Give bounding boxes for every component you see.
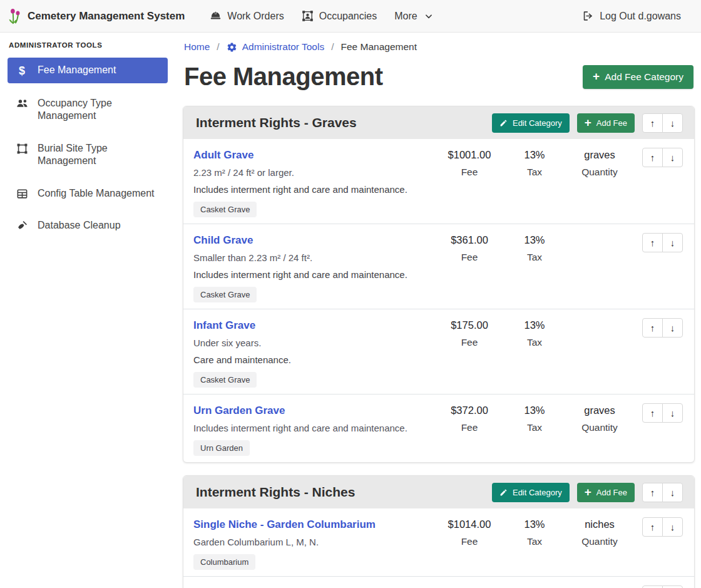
sidebar-item-fee-management[interactable]: $ Fee Management (8, 58, 168, 83)
sidebar-item-label: Occupancy Type Management (38, 97, 160, 123)
quantity-column: Quantity (567, 318, 632, 319)
move-fee-down-button[interactable]: ↓ (662, 233, 683, 252)
category-body: Single Niche - Garden Columbarium Garden… (183, 508, 694, 588)
dollar-icon: $ (15, 64, 29, 77)
nav-work-orders[interactable]: Work Orders (201, 5, 292, 27)
sidebar-item-database-cleanup[interactable]: Database Cleanup (8, 214, 168, 237)
nav-occupancies[interactable]: Occupancies (293, 5, 386, 27)
move-fee-up-button[interactable]: ↑ (642, 233, 663, 252)
fee-column: $372.00 Fee (437, 403, 502, 433)
breadcrumb-home-link[interactable]: Home (184, 41, 210, 53)
logout-link[interactable]: Log Out d.gowans (573, 5, 690, 27)
move-fee-up-button[interactable]: ↑ (642, 148, 663, 167)
breadcrumb-current: Fee Management (341, 41, 417, 53)
move-fee-down-button[interactable]: ↓ (662, 403, 683, 423)
tax-column: 13% Tax (502, 318, 567, 348)
fee-description-line1: Includes interment right and care and ma… (193, 423, 437, 433)
add-fee-button[interactable]: + Add Fee (577, 483, 635, 502)
fee-row: Single Niche - Garden Columbarium Garden… (183, 508, 694, 577)
fee-name-link[interactable]: Single Niche - Garden Columbarium (193, 518, 376, 531)
move-fee-down-button[interactable]: ↓ (662, 517, 683, 537)
breadcrumb-separator: / (331, 41, 334, 53)
broom-icon (15, 220, 29, 232)
logout-icon (582, 10, 594, 22)
move-fee-up-button[interactable]: ↑ (642, 517, 663, 537)
fee-amount: $372.00 (437, 405, 502, 416)
tax-column: 13% Tax (502, 585, 567, 588)
sidebar-heading: Administrator Tools (9, 41, 175, 49)
logout-label: Log Out d.gowans (600, 11, 681, 22)
quantity-column: graves Quantity (567, 148, 632, 178)
tulip-logo-icon (6, 8, 23, 25)
fee-column: $175.00 Fee (437, 318, 502, 348)
edit-category-button[interactable]: Edit Category (492, 483, 570, 502)
quantity-label: Quantity (567, 167, 632, 178)
fee-row: Adult Grave 2.23 m² / 24 ft² or larger. … (183, 139, 694, 224)
nav-occupancies-label: Occupancies (319, 11, 377, 22)
fee-description-line1: 2.23 m² / 24 ft² or larger. (193, 167, 437, 178)
app-brand[interactable]: Cemetery Management System (6, 8, 185, 25)
fee-name-link[interactable]: Urn Garden Grave (193, 405, 285, 417)
move-category-up-button[interactable]: ↑ (642, 483, 663, 502)
occupancy-frame-icon (302, 10, 314, 22)
nav-more-label: More (394, 11, 417, 22)
fee-description-line1: Garden Columbarium L, M, N. (193, 537, 437, 547)
sidebar-item-label: Database Cleanup (38, 219, 121, 232)
breadcrumb-separator: / (217, 41, 219, 53)
breadcrumb-admin-tools-link[interactable]: Administrator Tools (227, 41, 325, 53)
frame-icon (15, 143, 29, 155)
fee-description-line2: Includes interment right and care and ma… (193, 184, 437, 195)
fee-name-link[interactable]: Child Grave (193, 234, 253, 247)
sidebar-item-occupancy-type[interactable]: Occupancy Type Management (8, 91, 168, 128)
move-fee-up-button[interactable]: ↑ (642, 585, 663, 588)
move-fee-down-button[interactable]: ↓ (662, 585, 683, 588)
nav-more-dropdown[interactable]: More (386, 6, 441, 27)
fee-row: Infant Grave Under six years. Care and m… (183, 309, 694, 395)
sidebar-item-config-table[interactable]: Config Table Management (8, 182, 168, 205)
fee-name-link[interactable]: Infant Grave (193, 319, 255, 332)
fee-amount-label: Fee (437, 422, 502, 433)
top-navbar: Cemetery Management System Work Orders (0, 0, 701, 33)
fee-type-badge: Casket Grave (193, 202, 257, 217)
move-fee-down-button[interactable]: ↓ (662, 318, 683, 338)
move-category-down-button[interactable]: ↓ (662, 483, 683, 502)
quantity-column: niches Quantity (567, 517, 632, 547)
fee-amount-label: Fee (437, 536, 502, 547)
nav-work-orders-label: Work Orders (227, 11, 284, 22)
move-fee-up-button[interactable]: ↑ (642, 318, 663, 338)
plus-icon: + (585, 116, 591, 128)
fee-type-badge: Casket Grave (193, 287, 257, 302)
fee-description-line1: Under six years. (193, 338, 437, 348)
chevron-down-icon (424, 12, 433, 21)
move-category-down-button[interactable]: ↓ (662, 113, 683, 133)
fee-amount: $1001.00 (437, 149, 502, 161)
sidebar-item-burial-site-type[interactable]: Burial Site Type Management (8, 137, 168, 173)
tax-rate: 13% (502, 405, 567, 416)
tax-rate: 13% (502, 234, 567, 246)
move-fee-up-button[interactable]: ↑ (642, 403, 663, 423)
fee-row: Urn Garden Grave Includes interment righ… (183, 395, 694, 462)
fee-name-link[interactable]: Adult Grave (193, 149, 253, 162)
add-fee-button[interactable]: + Add Fee (577, 113, 635, 133)
move-category-up-button[interactable]: ↑ (642, 113, 663, 133)
quantity-column: niches Quantity (567, 585, 632, 588)
fee-description-line2: Care and maintenance. (193, 354, 437, 365)
tax-label: Tax (502, 337, 567, 348)
tax-column: 13% Tax (502, 517, 567, 547)
edit-category-button[interactable]: Edit Category (492, 113, 570, 133)
people-icon (15, 98, 29, 109)
plus-icon: + (593, 70, 600, 82)
move-fee-down-button[interactable]: ↓ (662, 148, 683, 167)
quantity-label: Quantity (567, 536, 632, 547)
sidebar-item-label: Burial Site Type Management (38, 142, 160, 168)
quantity-value: graves (567, 405, 632, 416)
sidebar-item-label: Fee Management (38, 64, 116, 76)
hard-hat-icon (210, 10, 222, 22)
pencil-icon (499, 119, 508, 127)
tax-label: Tax (502, 422, 567, 433)
add-fee-category-button[interactable]: + Add Fee Category (583, 65, 693, 89)
tax-label: Tax (502, 252, 567, 263)
breadcrumb: Home / Administrator Tools / Fee Managem… (184, 41, 695, 53)
fee-column: $361.00 Fee (437, 233, 502, 263)
admin-sidebar: Administrator Tools $ Fee Management Occ… (0, 33, 175, 588)
